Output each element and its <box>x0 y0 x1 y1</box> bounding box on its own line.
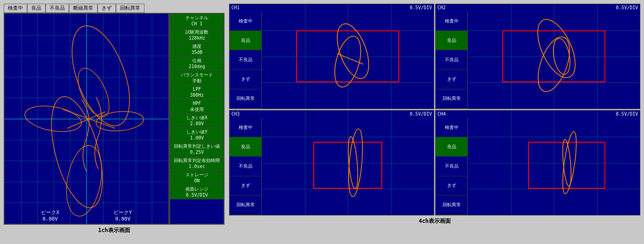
ch1-lissajous <box>262 4 434 109</box>
status-良品[interactable]: 良品 <box>27 4 46 13</box>
right-panel: CH1 0.5V/DIV 検査中 良品 不良品 きず 回転異常 <box>229 4 640 240</box>
setting-rot-time[interactable]: 回転異常判定有効時間1.0sec <box>170 157 224 171</box>
ch2-header: CH2 0.5V/DIV <box>436 5 640 10</box>
ch4-lissajous <box>468 110 640 215</box>
peak-y-label: ピークY 0.00V <box>114 209 132 222</box>
setting-balance[interactable]: バランスモード手動 <box>170 71 224 85</box>
ch2-lissajous <box>468 4 640 109</box>
ch1-panel: CH1 0.5V/DIV 検査中 良品 不良品 きず 回転異常 <box>229 4 434 109</box>
ch3-status-きず[interactable]: きず <box>230 176 261 196</box>
ch4-status-検査中[interactable]: 検査中 <box>436 118 467 137</box>
right-title: 4ch表示画面 <box>419 217 451 225</box>
ch1-status-良品[interactable]: 良品 <box>230 31 261 50</box>
ch2-status-検査中[interactable]: 検査中 <box>436 12 467 31</box>
status-bar: 検査中 良品 不良品 断線異常 きず 回転異常 <box>4 4 224 13</box>
setting-thx[interactable]: しきい値X2.00V <box>170 114 224 128</box>
left-panel: 検査中 良品 不良品 断線異常 きず 回転異常 <box>4 4 224 240</box>
ch4-status-良品[interactable]: 良品 <box>436 137 467 157</box>
setting-hpf[interactable]: HPF未使用 <box>170 99 224 114</box>
ch4-status-きず[interactable]: きず <box>436 176 467 196</box>
ch3-status-col: 検査中 良品 不良品 きず 回転異常 <box>230 118 262 215</box>
ch4-panel: CH4 0.5V/DIV 検査中 良品 不良品 きず 回転異常 <box>435 110 640 215</box>
ch2-status-不良品[interactable]: 不良品 <box>436 50 467 70</box>
svg-line-10 <box>337 54 363 64</box>
ch3-status-良品[interactable]: 良品 <box>230 137 261 157</box>
setting-range[interactable]: 画面レンジ0.5V/DIV <box>170 185 224 199</box>
ch2-scope <box>468 4 640 109</box>
ch3-scope <box>262 110 434 215</box>
ch1-status-不良品[interactable]: 不良品 <box>230 50 261 70</box>
ch2-status-col: 検査中 良品 不良品 きず 回転異常 <box>436 12 468 109</box>
ch1-status-きず[interactable]: きず <box>230 70 261 89</box>
ch2-status-回転異常[interactable]: 回転異常 <box>436 89 467 109</box>
peak-x-label: ピークX 0.00V <box>41 209 59 222</box>
ch4-status-不良品[interactable]: 不良品 <box>436 157 467 176</box>
svg-line-4 <box>68 111 106 128</box>
ch4-range: 0.5V/DIV <box>616 111 638 116</box>
left-title: 1ch表示画面 <box>98 227 130 234</box>
ch1-header: CH1 0.5V/DIV <box>230 5 434 10</box>
ch1-status-回転異常[interactable]: 回転異常 <box>230 89 261 109</box>
setting-thy[interactable]: しきい値Y1.00V <box>170 128 224 142</box>
lissajous-main <box>5 14 168 224</box>
setting-freq[interactable]: 試験周波数128kHz <box>170 28 224 42</box>
ch3-header: CH3 0.5V/DIV <box>230 111 434 116</box>
svg-point-2 <box>72 64 115 121</box>
status-不良品[interactable]: 不良品 <box>46 4 69 13</box>
main-container: 検査中 良品 不良品 断線異常 きず 回転異常 <box>0 0 644 244</box>
svg-point-0 <box>60 18 141 134</box>
ch2-status-良品[interactable]: 良品 <box>436 31 467 50</box>
ch3-status-回転異常[interactable]: 回転異常 <box>230 196 261 215</box>
setting-storage[interactable]: ストレージON <box>170 171 224 185</box>
ch3-panel: CH3 0.5V/DIV 検査中 良品 不良品 きず 回転異常 <box>229 110 434 215</box>
setting-phase[interactable]: 位相210deg <box>170 57 224 71</box>
peak-labels: ピークX 0.00V ピークY 0.00V <box>5 209 168 222</box>
setting-lpf[interactable]: LPF300Hz <box>170 85 224 99</box>
ch3-lissajous <box>262 110 434 215</box>
svg-point-7 <box>62 143 107 219</box>
ch2-status-きず[interactable]: きず <box>436 70 467 89</box>
ch3-id: CH3 <box>231 111 240 116</box>
svg-point-8 <box>331 20 375 83</box>
ch2-panel: CH2 0.5V/DIV 検査中 良品 不良品 きず 回転異常 <box>435 4 640 109</box>
four-ch-grid: CH1 0.5V/DIV 検査中 良品 不良品 きず 回転異常 <box>229 4 640 215</box>
ch4-status-回転異常[interactable]: 回転異常 <box>436 196 467 215</box>
ch4-status-col: 検査中 良品 不良品 きず 回転異常 <box>436 118 468 215</box>
ch2-id: CH2 <box>437 5 446 10</box>
ch3-status-検査中[interactable]: 検査中 <box>230 118 261 137</box>
ch4-id: CH4 <box>437 111 446 116</box>
setting-channel[interactable]: チャンネルCH 1 <box>170 14 224 28</box>
svg-point-5 <box>23 102 83 136</box>
status-検査中[interactable]: 検査中 <box>4 4 27 13</box>
ch2-range: 0.5V/DIV <box>616 5 638 10</box>
svg-point-1 <box>41 91 112 213</box>
svg-point-13 <box>551 37 572 76</box>
ch3-range: 0.5V/DIV <box>410 111 432 116</box>
setting-sensitivity[interactable]: 感度35dB <box>170 42 224 57</box>
left-screen-area: ピークX 0.00V ピークY 0.00V チャンネルCH 1 試験周波数128… <box>4 13 224 225</box>
ch3-status-不良品[interactable]: 不良品 <box>230 157 261 176</box>
setting-rot-thresh[interactable]: 回転異常判定しきい値0.25V <box>170 142 224 157</box>
settings-panel: チャンネルCH 1 試験周波数128kHz 感度35dB 位相210deg バラ… <box>169 13 224 225</box>
status-きず[interactable]: きず <box>98 4 116 13</box>
ch4-scope <box>468 110 640 215</box>
svg-point-9 <box>330 34 366 90</box>
status-回転異常[interactable]: 回転異常 <box>116 4 144 13</box>
svg-point-11 <box>530 14 583 83</box>
ch4-header: CH4 0.5V/DIV <box>436 111 640 116</box>
status-断線異常[interactable]: 断線異常 <box>69 4 98 13</box>
ch1-range: 0.5V/DIV <box>410 5 432 10</box>
oscilloscope-main: ピークX 0.00V ピークY 0.00V <box>4 13 169 225</box>
ch1-status-col: 検査中 良品 不良品 きず 回転異常 <box>230 12 262 109</box>
ch1-status-検査中[interactable]: 検査中 <box>230 12 261 31</box>
ch1-scope <box>262 4 434 109</box>
ch1-id: CH1 <box>231 5 240 10</box>
